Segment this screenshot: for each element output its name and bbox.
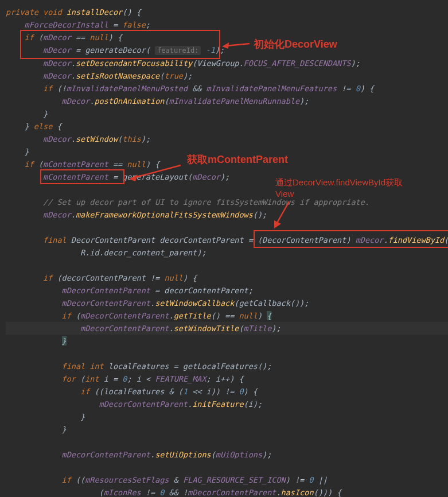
code-block: private void installDecor() { mForceDeco… (6, 6, 448, 497)
